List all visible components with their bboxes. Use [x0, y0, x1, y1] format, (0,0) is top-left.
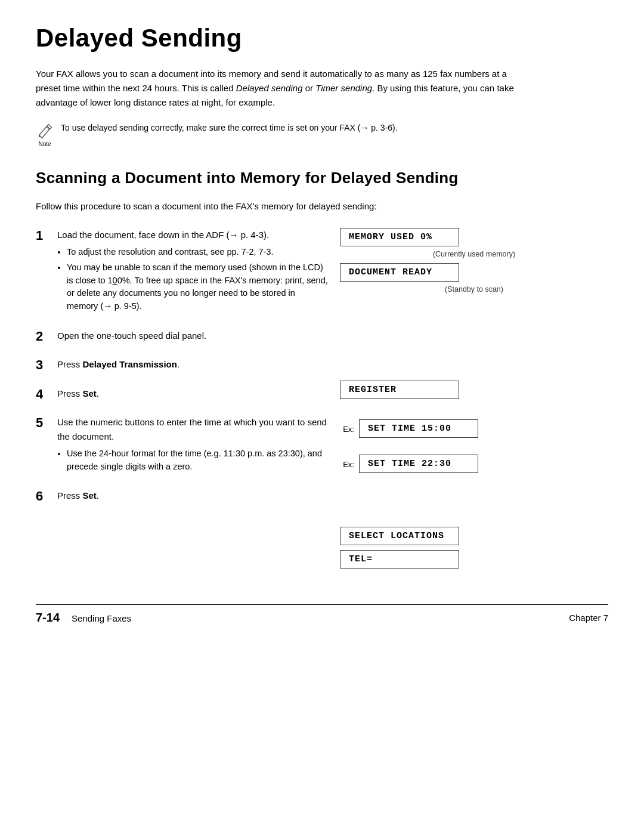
step-6-text: Press Set.: [57, 490, 99, 500]
step-3-text: Press Delayed Transmission.: [57, 359, 179, 369]
right-displays: MEMORY USED 0% (Currently used memory) D…: [340, 228, 608, 580]
spacer-3: [340, 450, 608, 455]
lcd-set-time-2230: SET TIME 22:30: [359, 455, 478, 473]
step-1-number: 1: [36, 228, 57, 243]
step-4-number: 4: [36, 387, 57, 402]
step-1-bullet-2: You may be unable to scan if the memory …: [67, 261, 328, 313]
step-3-number: 3: [36, 357, 57, 373]
step-5: 5 Use the numeric buttons to enter the t…: [36, 415, 328, 476]
spacer-2: [340, 411, 608, 419]
page-title: Delayed Sending: [36, 24, 608, 52]
note-content: To use delayed sending correctly, make s…: [61, 122, 398, 134]
step5-ex-row: Ex: SET TIME 22:30: [340, 455, 608, 474]
step-5-number: 5: [36, 415, 57, 431]
step-6: 6 Press Set.: [36, 489, 328, 504]
footer-page-number: 7-14: [36, 611, 60, 625]
step-6-number: 6: [36, 489, 57, 504]
step-6-content: Press Set.: [57, 489, 99, 503]
spacer-4: [340, 485, 608, 527]
pencil-icon: [36, 122, 54, 140]
step-2: 2 Open the one-touch speed dial panel.: [36, 329, 328, 344]
step-2-text: Open the one-touch speed dial panel.: [57, 330, 206, 341]
note-label: Note: [38, 141, 51, 147]
step-3-content: Press Delayed Transmission.: [57, 357, 179, 372]
lcd-select-locations: SELECT LOCATIONS: [340, 527, 459, 545]
intro-paragraph: Your FAX allows you to scan a document i…: [36, 67, 525, 110]
step6-displays: SELECT LOCATIONS TEL=: [340, 527, 608, 570]
step3-display: REGISTER: [340, 381, 608, 400]
step-1: 1 Load the document, face down in the AD…: [36, 228, 328, 316]
step-1-text: Load the document, face down in the ADF …: [57, 230, 269, 240]
content-area: 1 Load the document, face down in the AD…: [36, 228, 608, 580]
step-5-bullet-1: Use the 24-hour format for the time (e.g…: [67, 447, 328, 474]
step-4-text: Press Set.: [57, 388, 99, 398]
note-box: Note To use delayed sending correctly, m…: [36, 122, 608, 147]
step5-display: Ex: SET TIME 22:30: [340, 455, 608, 474]
step4-display: Ex: SET TIME 15:00: [340, 419, 608, 439]
footer: 7-14 Sending Faxes Chapter 7: [36, 604, 608, 634]
step1-displays: MEMORY USED 0% (Currently used memory) D…: [340, 228, 608, 293]
step-5-bullets: Use the 24-hour format for the time (e.g…: [67, 447, 328, 474]
footer-chapter: Chapter 7: [569, 613, 608, 623]
step-4: 4 Press Set.: [36, 387, 328, 402]
step-3: 3 Press Delayed Transmission.: [36, 357, 328, 373]
lcd-tel: TEL=: [340, 550, 459, 569]
lcd-document-ready-label: (Standby to scan): [340, 285, 608, 293]
step-2-content: Open the one-touch speed dial panel.: [57, 329, 206, 343]
step-5-content: Use the numeric buttons to enter the tim…: [57, 415, 328, 476]
footer-section: Sending Faxes: [72, 613, 131, 623]
left-steps: 1 Load the document, face down in the AD…: [36, 228, 328, 580]
follow-text: Follow this procedure to scan a document…: [36, 199, 608, 214]
note-icon-wrapper: Note: [36, 122, 54, 147]
spacer-1: [340, 304, 608, 376]
section-title: Scanning a Document into Memory for Dela…: [36, 169, 608, 187]
lcd-document-ready: DOCUMENT READY: [340, 263, 459, 282]
lcd-memory-used-label: (Currently used memory): [340, 250, 608, 258]
footer-left: 7-14 Sending Faxes: [36, 611, 131, 625]
lcd-register: REGISTER: [340, 381, 459, 399]
lcd-set-time-1500: SET TIME 15:00: [359, 419, 478, 438]
step-5-text: Use the numeric buttons to enter the tim…: [57, 417, 327, 441]
step-1-content: Load the document, face down in the ADF …: [57, 228, 328, 316]
step4-ex-row: Ex: SET TIME 15:00: [340, 419, 608, 439]
step-2-number: 2: [36, 329, 57, 344]
step-1-bullet-1: To adjust the resolution and contrast, s…: [67, 246, 328, 259]
step-4-content: Press Set.: [57, 387, 99, 401]
step5-ex-label: Ex:: [340, 460, 354, 469]
lcd-memory-used: MEMORY USED 0%: [340, 228, 459, 246]
step-1-bullets: To adjust the resolution and contrast, s…: [67, 246, 328, 313]
step4-ex-label: Ex:: [340, 425, 354, 434]
